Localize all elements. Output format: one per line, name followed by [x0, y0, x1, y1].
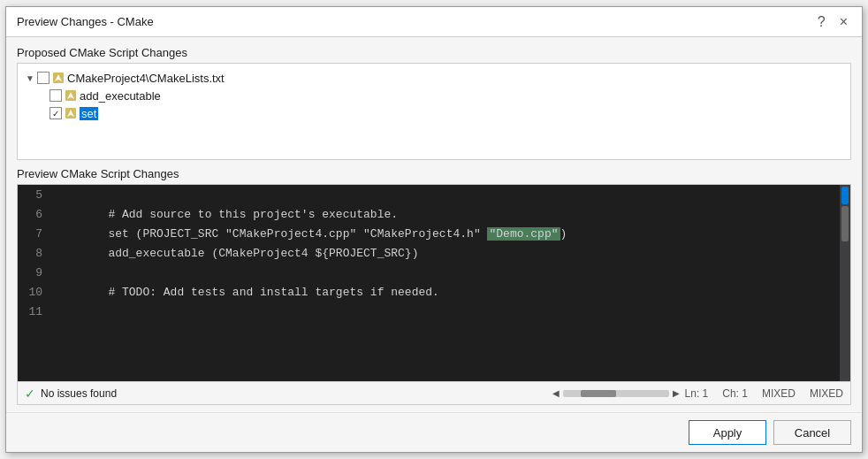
help-button[interactable]: ?	[814, 15, 829, 29]
line-num-8: 8	[18, 247, 53, 260]
cmake-icon-set	[64, 106, 78, 120]
tree-row-add-executable[interactable]: add_executable	[25, 87, 843, 104]
title-bar: Preview Changes - CMake ? ×	[6, 7, 862, 37]
close-button[interactable]: ×	[836, 15, 851, 29]
scrollbar-top-thumb	[841, 187, 849, 204]
code-row-9: 9	[18, 266, 840, 286]
line-num-5: 5	[18, 188, 53, 202]
line-content-6: # Add source to this project's executabl…	[53, 208, 398, 221]
dialog-footer: Apply Cancel	[6, 412, 862, 452]
tree-label-add-executable: add_executable	[80, 89, 161, 103]
tree-panel[interactable]: ▼ CMakeProject4\CMakeLists.txt	[17, 63, 851, 160]
code-area: 5 6 # Add source to this project's execu…	[18, 185, 850, 381]
tree-checkbox-set[interactable]	[49, 107, 62, 119]
status-bar: ✓ No issues found ◀ ▶ Ln: 1 Ch: 1 MIXED	[18, 381, 850, 404]
horizontal-scrollbar-thumb	[581, 390, 616, 397]
status-eol2: MIXED	[810, 387, 843, 400]
line-num-10: 10	[18, 286, 53, 299]
line-content-10: # TODO: Add tests and install targets if…	[53, 286, 439, 299]
horizontal-scrollbar-container[interactable]: ◀ ▶	[552, 388, 680, 398]
tree-arrow-root: ▼	[25, 73, 35, 83]
cmake-icon-root	[51, 71, 65, 85]
scrollbar-thumb-v[interactable]	[841, 206, 849, 241]
line-num-7: 7	[18, 227, 53, 241]
code-row-10: 10 # TODO: Add tests and install targets…	[18, 286, 840, 305]
line-num-11: 11	[18, 305, 53, 318]
code-row-5: 5	[18, 188, 840, 208]
apply-button[interactable]: Apply	[689, 420, 766, 445]
tree-checkbox-add-executable[interactable]	[49, 89, 62, 102]
preview-section-label: Preview CMake Script Changes	[17, 167, 851, 180]
tree-checkbox-root[interactable]	[37, 72, 49, 84]
proposed-section: Proposed CMake Script Changes ▼ CMakePro…	[17, 46, 851, 160]
preview-changes-dialog: Preview Changes - CMake ? × Proposed CMa…	[5, 6, 863, 453]
line-content-8: add_executable (CMakeProject4 ${PROJECT_…	[53, 247, 418, 260]
status-message: No issues found	[41, 387, 547, 400]
scroll-left-icon[interactable]: ◀	[552, 388, 560, 398]
status-coords: Ln: 1 Ch: 1 MIXED MIXED	[685, 387, 843, 400]
title-bar-controls: ? ×	[814, 15, 851, 29]
status-eol1: MIXED	[762, 387, 796, 400]
preview-section: Preview CMake Script Changes 5 6 # Add s	[17, 167, 851, 405]
line-content-11	[53, 305, 60, 318]
dialog-body: Proposed CMake Script Changes ▼ CMakePro…	[6, 37, 862, 412]
status-ln: Ln: 1	[685, 387, 709, 400]
line-content-7: set (PROJECT_SRC "CMakeProject4.cpp" "CM…	[53, 227, 567, 241]
status-ch: Ch: 1	[722, 387, 748, 400]
code-panel[interactable]: 5 6 # Add source to this project's execu…	[17, 184, 851, 405]
code-row-8: 8 add_executable (CMakeProject4 ${PROJEC…	[18, 247, 840, 266]
proposed-section-label: Proposed CMake Script Changes	[17, 46, 851, 59]
line-num-9: 9	[18, 266, 53, 279]
line-content-5	[53, 188, 60, 202]
code-row-6: 6 # Add source to this project's executa…	[18, 208, 840, 227]
code-row-11: 11	[18, 305, 840, 325]
status-ok-icon: ✓	[25, 386, 35, 401]
tree-row-set[interactable]: set	[25, 104, 843, 122]
tree-row-root[interactable]: ▼ CMakeProject4\CMakeLists.txt	[25, 69, 843, 87]
tree-label-set: set	[80, 107, 98, 120]
line-content-9	[53, 266, 60, 279]
vertical-scrollbar[interactable]	[840, 185, 850, 381]
line-num-6: 6	[18, 208, 53, 221]
tree-label-root: CMakeProject4\CMakeLists.txt	[67, 72, 225, 85]
cmake-icon-add-executable	[64, 88, 78, 103]
cancel-button[interactable]: Cancel	[773, 420, 851, 445]
scroll-right-icon[interactable]: ▶	[673, 388, 680, 398]
dialog-title: Preview Changes - CMake	[17, 15, 154, 28]
code-lines: 5 6 # Add source to this project's execu…	[18, 185, 840, 381]
code-row-7: 7 set (PROJECT_SRC "CMakeProject4.cpp" "…	[18, 227, 840, 247]
horizontal-scrollbar[interactable]	[563, 390, 669, 397]
